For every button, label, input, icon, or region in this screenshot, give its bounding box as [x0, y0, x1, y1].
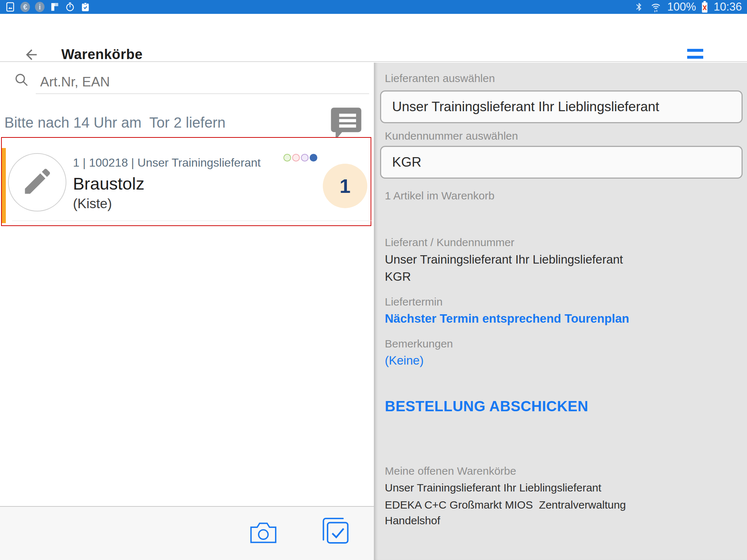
flipboard-icon — [50, 2, 60, 12]
remarks-link[interactable]: (Keine) — [385, 354, 423, 368]
supplier-select[interactable]: Unser Trainingslieferant Ihr Lieblingsli… — [380, 90, 743, 123]
remarks-label: Bemerkungen — [385, 338, 453, 350]
timer-icon — [65, 2, 75, 12]
page-title: Warenkörbe — [61, 47, 143, 62]
customer-select-label: Kundennummer auswählen — [385, 130, 518, 142]
card-divider — [12, 221, 371, 221]
wifi-icon — [650, 2, 662, 12]
status-bar-notification-icons: € i — [5, 2, 90, 12]
hamburger-bar — [687, 56, 703, 59]
battery-icon — [701, 1, 708, 13]
hamburger-bar — [687, 49, 703, 52]
quantity-badge: 1 — [323, 164, 367, 208]
cart-item-card[interactable]: 1 | 100218 | Unser Trainingslieferant Br… — [1, 137, 371, 226]
open-cart-item[interactable]: Handelshof — [385, 514, 440, 527]
search-input[interactable] — [40, 74, 354, 90]
status-bar: € i 100% 10:36 — [0, 0, 747, 14]
delivery-date-link[interactable]: Nächster Termin entsprechend Tourenplan — [385, 312, 629, 326]
battery-percent: 100% — [667, 0, 696, 13]
camera-icon[interactable] — [249, 518, 278, 547]
comment-icon[interactable] — [329, 106, 363, 141]
back-arrow-icon[interactable] — [23, 47, 39, 63]
status-dot — [283, 154, 291, 162]
summary-supplier: Unser Trainingslieferant Ihr Lieblingsli… — [385, 253, 623, 267]
supplier-select-label: Lieferanten auswählen — [385, 72, 495, 85]
order-detail-panel: Lieferanten auswählen Unser Trainingslie… — [374, 63, 747, 560]
photo-icon — [5, 2, 15, 12]
cart-item-status-dots — [283, 154, 317, 162]
customer-select-value: KGR — [392, 155, 421, 170]
open-cart-item[interactable]: EDEKA C+C Großmarkt MIOS Zentralverwaltu… — [385, 499, 626, 511]
clock-time: 10:36 — [713, 0, 742, 13]
bluetooth-icon — [634, 2, 645, 12]
status-dot — [310, 154, 317, 162]
cart-item-name: Braustolz — [73, 174, 144, 194]
summary-customer: KGR — [385, 270, 411, 284]
cart-count-text: 1 Artikel im Warenkorb — [385, 190, 495, 202]
submit-order-button[interactable]: BESTELLUNG ABSCHICKEN — [385, 398, 588, 415]
open-carts-label: Meine offenen Warenkörbe — [385, 465, 516, 477]
clipboard-check-icon — [80, 2, 90, 12]
delivery-date-label: Liefertermin — [385, 296, 442, 308]
euro-icon: € — [20, 2, 30, 12]
open-cart-item[interactable]: Unser Trainingslieferant Ihr Lieblingsli… — [385, 482, 601, 494]
search-icon — [14, 72, 29, 88]
app-header: Warenkörbe — [0, 14, 747, 62]
cart-item-unit: (Kiste) — [73, 196, 112, 211]
search-underline — [36, 93, 369, 94]
cart-item-status-bar — [2, 148, 6, 223]
delivery-note-text: Bitte nach 14 Uhr am Tor 2 liefern — [4, 114, 225, 131]
order-check-icon[interactable] — [318, 516, 350, 548]
info-icon: i — [35, 2, 44, 12]
summary-label: Lieferant / Kundennummer — [385, 236, 514, 249]
status-dot — [301, 154, 309, 162]
customer-select[interactable]: KGR — [380, 146, 743, 179]
supplier-select-value: Unser Trainingslieferant Ihr Lieblingsli… — [392, 99, 659, 114]
edit-avatar[interactable] — [8, 153, 66, 211]
status-dot — [292, 154, 300, 162]
cart-item-meta: 1 | 100218 | Unser Trainingslieferant — [73, 156, 261, 170]
pencil-icon — [20, 164, 55, 201]
quantity-value: 1 — [340, 175, 351, 197]
